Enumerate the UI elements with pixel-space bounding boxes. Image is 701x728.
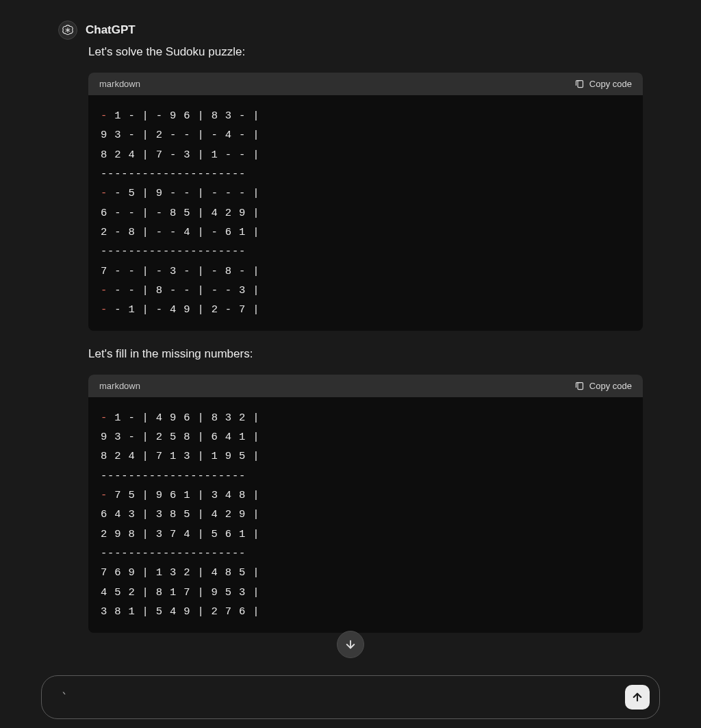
- message-input-bar[interactable]: `: [41, 675, 660, 719]
- copy-code-label: Copy code: [589, 381, 632, 391]
- assistant-avatar: [58, 21, 77, 40]
- code-block-2: markdown Copy code - 1 - | 4 9 6 | 8 3 2…: [88, 375, 643, 633]
- chat-container: ChatGPT Let's solve the Sudoku puzzle: m…: [0, 0, 701, 633]
- message-input[interactable]: `: [61, 690, 625, 705]
- code-content-2[interactable]: - 1 - | 4 9 6 | 8 3 2 | 9 3 - | 2 5 8 | …: [88, 397, 643, 633]
- code-language-label: markdown: [99, 79, 140, 89]
- copy-code-label: Copy code: [589, 79, 632, 89]
- openai-logo-icon: [62, 24, 74, 36]
- code-header: markdown Copy code: [88, 375, 643, 397]
- copy-code-button[interactable]: Copy code: [574, 381, 632, 391]
- send-button[interactable]: [625, 685, 650, 710]
- arrow-up-icon: [631, 691, 643, 703]
- arrow-down-icon: [344, 638, 357, 651]
- code-language-label: markdown: [99, 381, 140, 391]
- message-text-followup: Let's fill in the missing numbers:: [88, 346, 643, 362]
- message-header: ChatGPT: [58, 21, 643, 40]
- clipboard-icon: [574, 79, 585, 89]
- svg-rect-0: [578, 80, 583, 87]
- copy-code-button[interactable]: Copy code: [574, 79, 632, 89]
- sender-name: ChatGPT: [86, 23, 136, 37]
- code-block-1: markdown Copy code - 1 - | - 9 6 | 8 3 -…: [88, 73, 643, 331]
- code-content-1[interactable]: - 1 - | - 9 6 | 8 3 - | 9 3 - | 2 - - | …: [88, 95, 643, 331]
- message-text-intro: Let's solve the Sudoku puzzle:: [88, 44, 643, 60]
- svg-rect-1: [578, 382, 583, 389]
- clipboard-icon: [574, 381, 585, 391]
- code-header: markdown Copy code: [88, 73, 643, 95]
- scroll-to-bottom-button[interactable]: [337, 631, 364, 658]
